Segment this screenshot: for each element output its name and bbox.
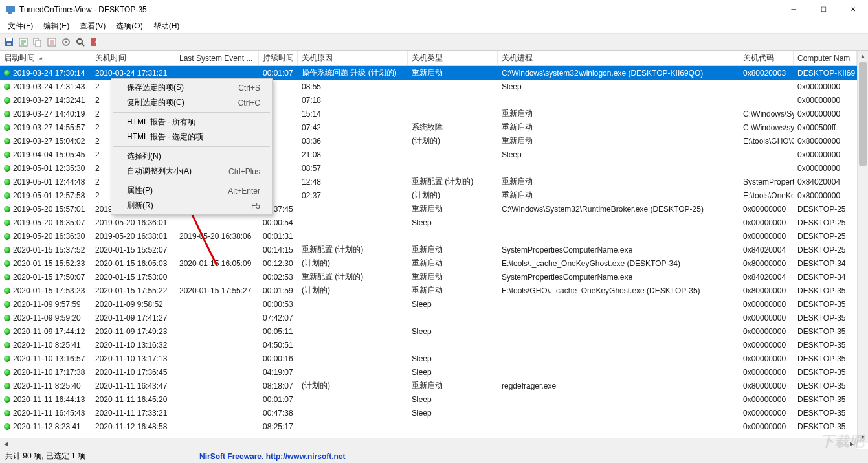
table-row[interactable]: 2020-01-15 17:53:232020-01-15 17:55:2220… [0,284,868,297]
status-dot-icon [4,369,10,376]
cell: 2020-01-15 17:55:27 [175,286,259,295]
cell: 重新配置 (计划的) [298,271,408,282]
maximize-button[interactable]: ☐ [808,0,838,19]
cell: Sleep [498,82,739,91]
cell: 08:18:07 [259,381,298,390]
close-button[interactable]: ✕ [838,0,868,19]
list-header[interactable]: 启动时间关机时间Last System Event ...持续时间关机原因关机类… [0,51,868,66]
horizontal-scrollbar[interactable]: ◀ ▶ [0,438,857,449]
cell: 0x00000000 [794,164,857,173]
cell: 2019-03-24 17:31:43 [0,82,91,91]
cell: DESKTOP-35 [794,422,857,431]
table-row[interactable]: 2020-01-15 15:52:332020-01-15 16:05:0320… [0,256,868,270]
cell: (计划的) [298,258,408,269]
scroll-left-button[interactable]: ◀ [0,438,11,449]
column-header[interactable]: Last System Event ... [175,51,259,65]
save-button[interactable] [3,36,16,49]
column-header[interactable]: 关机类型 [408,51,498,65]
column-header[interactable]: 关机时间 [91,51,175,65]
save-icon [4,37,14,47]
cell: 2019-03-24 17:30:14 [0,69,91,78]
menu-item[interactable]: 帮助(H) [148,19,185,33]
status-dot-icon [4,138,10,144]
cell: Sleep [408,300,498,309]
table-row[interactable]: 2020-11-09 9:59:202020-11-09 17:41:2707:… [0,311,868,324]
table-row[interactable]: 2020-01-15 17:50:072020-01-15 17:53:0000… [0,270,868,284]
cell: 2010-03-24 17:31:21 [91,69,175,78]
context-menu-item[interactable]: 自动调整列大小(A)Ctrl+Plus [113,164,271,179]
props-button[interactable] [45,36,58,49]
table-row[interactable]: 2020-11-09 9:57:592020-11-09 9:58:5200:0… [0,297,868,311]
table-row[interactable]: 2020-11-10 17:17:382020-11-10 17:36:4504… [0,365,868,379]
cell: C:\Windows\system32\winlogon.exe (DESKTO… [739,123,794,132]
context-menu-item[interactable]: 复制选定的项(C)Ctrl+C [113,95,271,110]
cell: 2020-11-10 17:36:45 [91,368,175,377]
column-header[interactable]: 持续时间 [259,51,298,65]
scroll-up-button[interactable]: ▲ [858,51,868,62]
menu-item[interactable]: 查看(V) [74,19,111,33]
context-menu-item[interactable]: HTML 报告 - 选定的项 [113,130,271,144]
cell: 2019-05-01 12:44:48 [0,177,91,186]
cell: SystemPropertiesComputerName.exe [739,177,794,186]
column-header[interactable]: 关机代码 [739,51,794,65]
window-title: TurnedOnTimesView - DESKTOP-35 [19,5,779,14]
minimize-button[interactable]: ─ [779,0,808,19]
cell: 2020-11-09 17:44:12 [0,327,91,336]
table-row[interactable]: 2019-03-24 17:30:142010-03-24 17:31:2100… [0,66,868,80]
menu-shortcut: Ctrl+Plus [228,167,260,176]
table-row[interactable]: 2020-11-12 8:23:412020-11-12 16:48:5808:… [0,420,868,433]
status-dot-icon [4,383,10,389]
column-header[interactable]: 关机原因 [298,51,408,65]
cell: 08:25:17 [259,422,298,431]
menu-item[interactable]: 选项(O) [111,19,148,33]
cell: 0x00000000 [794,109,857,119]
cell: 系统故障 [408,122,498,133]
status-dot-icon [4,124,10,131]
svg-rect-7 [36,40,41,47]
htmlreport-icon [18,37,28,47]
table-row[interactable]: 2020-11-10 13:16:572020-11-10 13:17:1300… [0,352,868,365]
find-button[interactable] [74,36,87,49]
menu-separator [113,181,270,181]
options-button[interactable] [60,36,72,49]
menu-item[interactable]: 编辑(E) [38,19,74,33]
find-icon [75,37,85,47]
table-row[interactable]: 2019-05-20 16:35:072019-05-20 16:36:0100… [0,216,868,229]
menu-item[interactable]: 文件(F) [3,19,38,33]
cell: 0x00000000 [794,82,857,91]
table-row[interactable]: 2020-11-09 17:44:122020-11-09 17:49:2300… [0,324,868,338]
cell: 2020-11-11 16:43:47 [91,381,175,390]
status-link[interactable]: NirSoft Freeware. http://www.nirsoft.net [194,449,351,463]
cell: 2019-05-20 15:57:01 [0,205,91,214]
cell: 0x00000000 [739,409,794,418]
context-menu-item[interactable]: 选择列(N) [113,149,271,164]
scroll-thumb[interactable] [859,62,867,166]
htmlreport-button[interactable] [17,36,30,49]
cell: 2020-01-15 16:05:03 [91,259,175,268]
table-row[interactable]: 2020-11-10 8:25:412020-11-10 13:16:3204:… [0,338,868,352]
context-menu-item[interactable]: 保存选定的项(S)Ctrl+S [113,80,271,95]
context-menu-item[interactable]: 属性(P)Alt+Enter [113,183,271,198]
column-header[interactable]: 启动时间 [0,51,91,65]
cell: 04:50:51 [259,341,298,350]
cell: 0x84020004 [794,177,857,186]
table-row[interactable]: 2020-11-11 16:44:132020-11-11 16:45:2000… [0,392,868,406]
cell: 2020-01-15 17:50:07 [0,273,91,282]
cell: 重新启动 [408,380,498,391]
cell: E:\tools\GHO\._cache_OneKeyGhost.exe (DE… [498,286,739,295]
cell: 2019-05-20 16:36:01 [91,218,175,227]
status-dot-icon [4,111,10,117]
cell: DESKTOP-35 [794,313,857,322]
column-header[interactable]: 关机进程 [498,51,739,65]
table-row[interactable]: 2020-11-11 16:45:432020-11-11 17:33:2100… [0,406,868,420]
table-row[interactable]: 2020-01-15 15:37:522020-01-15 15:52:0700… [0,243,868,256]
vertical-scrollbar[interactable]: ▲ ▼ [857,51,868,443]
context-menu[interactable]: 保存选定的项(S)Ctrl+S复制选定的项(C)Ctrl+CHTML 报告 - … [111,78,273,215]
context-menu-item[interactable]: 刷新(R)F5 [113,198,271,213]
table-row[interactable]: 2019-05-20 16:36:302019-05-20 16:38:0120… [0,229,868,243]
column-header[interactable]: Computer Nam [794,51,857,65]
table-row[interactable]: 2020-11-11 8:25:402020-11-11 16:43:4708:… [0,379,868,392]
copy-button[interactable] [31,36,44,49]
context-menu-item[interactable]: HTML 报告 - 所有项 [113,115,271,130]
exit-button[interactable] [88,36,101,49]
